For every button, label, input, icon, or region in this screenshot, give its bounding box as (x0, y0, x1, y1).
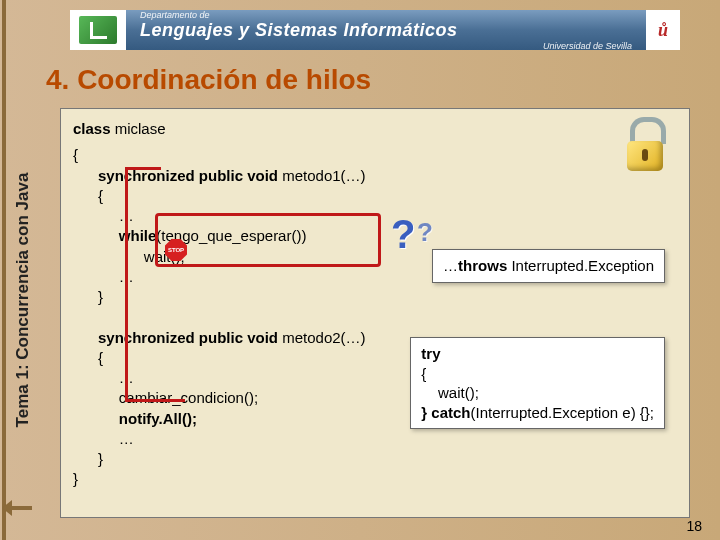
code-line: class miclase (73, 119, 677, 139)
code-box: class miclase { synchronized public void… (60, 108, 690, 518)
code-line: } (73, 449, 677, 469)
code-line: } (73, 469, 677, 489)
code-line: { (73, 145, 677, 165)
header-title: Departamento de Lenguajes y Sistemas Inf… (126, 10, 646, 50)
callout-throws: …throws …throws Interrupted.ExceptionInt… (432, 249, 665, 283)
red-connector (125, 167, 161, 170)
left-rule (2, 0, 6, 540)
code-line: } (73, 287, 677, 307)
lock-icon (623, 117, 667, 171)
question-icon: ? (391, 207, 415, 261)
question-icon: ? (417, 215, 433, 250)
header-main: Lenguajes y Sistemas Informáticos (140, 20, 632, 41)
code-line (73, 307, 677, 327)
sidebar-label: Tema 1: Concurrencia con Java (10, 140, 36, 460)
header-dept: Departamento de (140, 10, 632, 20)
university-logo: ů (646, 10, 680, 50)
red-connector (125, 399, 185, 402)
code-line: { (73, 186, 677, 206)
callout-trycatch: try { wait(); } catch(Interrupted.Except… (410, 337, 665, 429)
section-title: 4. Coordinación de hilos (46, 64, 371, 96)
header-univ: Universidad de Sevilla (140, 41, 632, 51)
while-highlight-frame (155, 213, 381, 267)
page-number: 18 (686, 518, 702, 534)
code-line: synchronized public void metodo1(…) (73, 166, 677, 186)
dept-logo (70, 10, 126, 50)
red-connector (125, 167, 128, 399)
sidebar-text: Tema 1: Concurrencia con Java (13, 173, 33, 428)
arrow-left-icon (2, 506, 32, 510)
code-line: … (73, 429, 677, 449)
header: Departamento de Lenguajes y Sistemas Inf… (60, 8, 680, 52)
